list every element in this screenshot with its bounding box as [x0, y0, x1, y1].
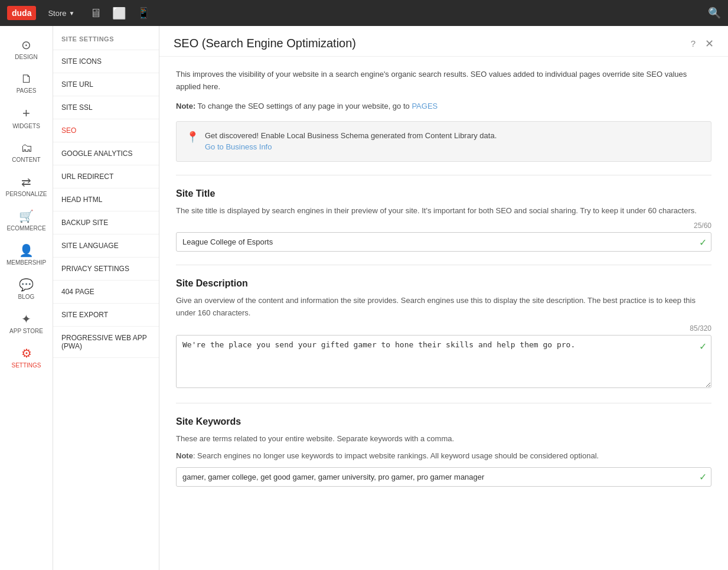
- info-box-text: Get discovered! Enable Local Business Sc…: [205, 130, 497, 153]
- content-header: SEO (Search Engine Optimization) ? ✕: [159, 26, 728, 57]
- page-title: SEO (Search Engine Optimization): [174, 37, 356, 50]
- site-description-textarea[interactable]: [176, 335, 711, 388]
- site-title-char-count: 25/60: [176, 222, 711, 230]
- sidebar-item-membership[interactable]: 👤 MEMBERSHIP: [0, 237, 53, 272]
- search-icon[interactable]: 🔍: [708, 6, 721, 19]
- content-area: SEO (Search Engine Optimization) ? ✕ Thi…: [159, 26, 728, 570]
- settings-nav-site-ssl[interactable]: SITE SSL: [53, 96, 159, 119]
- site-title-section: Site Title The site title is displayed b…: [176, 188, 711, 252]
- left-sidebar: ⊙ DESIGN 🗋 PAGES + WIDGETS 🗂 CONTENT ⇄ P…: [0, 26, 53, 570]
- site-description-check-icon: ✓: [699, 341, 707, 352]
- site-keywords-heading: Site Keywords: [176, 416, 711, 427]
- tablet-icon[interactable]: ⬜: [109, 4, 130, 22]
- site-description-heading: Site Description: [176, 278, 711, 289]
- site-description-section: Site Description Give an overview of the…: [176, 278, 711, 390]
- site-title-input[interactable]: [176, 232, 711, 252]
- sidebar-item-personalize[interactable]: ⇄ PERSONALIZE: [0, 169, 53, 203]
- seo-note: Note: To change the SEO settings of any …: [176, 102, 711, 110]
- personalize-icon: ⇄: [21, 175, 31, 189]
- mobile-icon[interactable]: 📱: [133, 4, 154, 22]
- section-divider-3: [176, 403, 711, 403]
- settings-nav-site-language[interactable]: SITE LANGUAGE: [53, 234, 159, 258]
- site-title-description: The site title is displayed by search en…: [176, 205, 711, 217]
- duda-logo[interactable]: duda: [7, 6, 36, 20]
- site-title-input-wrapper: ✓: [176, 232, 711, 252]
- sidebar-item-app-store[interactable]: ✦ APP STORE: [0, 306, 53, 340]
- location-pin-icon: 📍: [186, 131, 199, 144]
- pages-icon: 🗋: [21, 72, 32, 86]
- settings-nav-privacy-settings[interactable]: PRIVACY SETTINGS: [53, 258, 159, 281]
- settings-sidebar-header: SITE SETTINGS: [53, 26, 159, 50]
- site-keywords-input[interactable]: [176, 467, 711, 487]
- site-description-desc: Give an overview of the content and info…: [176, 295, 711, 320]
- top-nav: duda Store ▼ 🖥 ⬜ 📱 🔍: [0, 0, 728, 26]
- app-store-icon: ✦: [21, 312, 31, 326]
- sidebar-item-widgets[interactable]: + WIDGETS: [0, 100, 53, 135]
- settings-nav-site-icons[interactable]: SITE ICONS: [53, 50, 159, 73]
- sidebar-item-ecommerce[interactable]: 🛒 ECOMMERCE: [0, 203, 53, 237]
- settings-sidebar: SITE SETTINGS SITE ICONS SITE URL SITE S…: [53, 26, 159, 570]
- desktop-icon[interactable]: 🖥: [86, 4, 105, 22]
- widgets-icon: +: [22, 106, 30, 121]
- close-button[interactable]: ✕: [705, 37, 714, 50]
- content-icon: 🗂: [21, 141, 32, 155]
- info-box: 📍 Get discovered! Enable Local Business …: [176, 121, 711, 162]
- site-description-char-count: 85/320: [176, 324, 711, 333]
- settings-nav-google-analytics[interactable]: GOOGLE ANALYTICS: [53, 142, 159, 165]
- site-title-check-icon: ✓: [699, 236, 707, 247]
- goto-business-info-link[interactable]: Go to Business Info: [205, 142, 272, 151]
- pages-link[interactable]: PAGES: [412, 102, 438, 110]
- site-description-input-wrapper: ✓: [176, 335, 711, 390]
- settings-nav-backup-site[interactable]: BACKUP SITE: [53, 211, 159, 234]
- sidebar-item-design[interactable]: ⊙ DESIGN: [0, 32, 53, 66]
- section-divider-2: [176, 265, 711, 265]
- settings-icon: ⚙: [21, 346, 32, 360]
- main-layout: ⊙ DESIGN 🗋 PAGES + WIDGETS 🗂 CONTENT ⇄ P…: [0, 26, 728, 570]
- seo-description: This improves the visibility of your web…: [176, 69, 711, 93]
- site-keywords-input-wrapper: ✓: [176, 467, 711, 487]
- help-icon[interactable]: ?: [691, 38, 696, 48]
- design-icon: ⊙: [21, 38, 31, 52]
- sidebar-item-settings[interactable]: ⚙ SETTINGS: [0, 340, 53, 374]
- site-title-heading: Site Title: [176, 188, 711, 199]
- settings-nav-site-url[interactable]: SITE URL: [53, 73, 159, 96]
- settings-nav-pwa[interactable]: PROGRESSIVE WEB APP (PWA): [53, 327, 159, 358]
- site-keywords-section: Site Keywords These are terms related to…: [176, 416, 711, 487]
- membership-icon: 👤: [19, 243, 34, 258]
- settings-nav-seo[interactable]: SEO: [53, 119, 159, 142]
- sidebar-item-pages[interactable]: 🗋 PAGES: [0, 66, 53, 100]
- site-keywords-check-icon: ✓: [699, 471, 707, 483]
- store-dropdown[interactable]: Store ▼: [48, 9, 74, 18]
- settings-nav-site-export[interactable]: SITE EXPORT: [53, 304, 159, 327]
- device-switcher: 🖥 ⬜ 📱: [86, 4, 154, 22]
- site-keywords-note: Note: Search engines no longer use keywo…: [176, 450, 711, 462]
- sidebar-item-blog[interactable]: 💬 BLOG: [0, 272, 53, 306]
- section-divider-1: [176, 175, 711, 175]
- settings-nav-head-html[interactable]: HEAD HTML: [53, 188, 159, 211]
- blog-icon: 💬: [19, 278, 34, 292]
- settings-nav-404-page[interactable]: 404 PAGE: [53, 281, 159, 304]
- settings-nav-url-redirect[interactable]: URL REDIRECT: [53, 165, 159, 188]
- ecommerce-icon: 🛒: [19, 209, 34, 223]
- sidebar-item-content[interactable]: 🗂 CONTENT: [0, 135, 53, 169]
- site-keywords-desc: These are terms related to your entire w…: [176, 433, 711, 445]
- content-body: This improves the visibility of your web…: [159, 57, 728, 499]
